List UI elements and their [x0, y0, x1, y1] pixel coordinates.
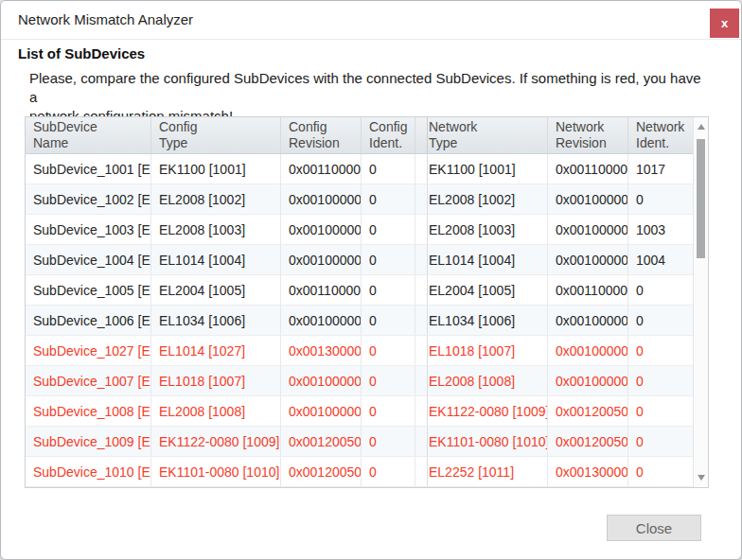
cell-config-ident: 0: [362, 215, 415, 244]
cell-network-type: EL1014 [1004]: [421, 245, 548, 274]
cell-network-ident: 0: [628, 427, 693, 456]
cell-config-type: EK1122-0080 [1009]: [151, 427, 281, 456]
table-body: SubDevice_1001 [EK1 EK1100 [1001] 0x0011…: [26, 154, 693, 487]
cell-network-ident: 1017: [628, 154, 693, 184]
cell-network-type: EK1122-0080 [1009]: [421, 396, 548, 426]
cell-subdevice-name: SubDevice_1010 [EK1: [26, 457, 151, 486]
cell-config-revision: 0x00110000: [281, 275, 362, 305]
subdevice-table: SubDevice Name Config Type Config Revisi…: [25, 116, 709, 488]
column-header-subdevice-name[interactable]: SubDevice Name: [26, 117, 151, 153]
cell-config-revision: 0x00100000: [281, 245, 362, 274]
cell-config-ident: 0: [362, 306, 415, 335]
cell-subdevice-name: SubDevice_1009 [EK1: [26, 427, 151, 456]
network-mismatch-analyzer-dialog: Network Mismatch Analyzer x List of SubD…: [0, 0, 742, 560]
cell-config-ident: 0: [362, 336, 415, 365]
column-header-network-ident[interactable]: Network Ident.: [628, 117, 693, 153]
cell-config-revision: 0x00100000: [281, 184, 362, 214]
subdevice-grid: SubDevice Name Config Type Config Revisi…: [26, 117, 693, 487]
titlebar: Network Mismatch Analyzer x: [1, 1, 741, 40]
cell-subdevice-name: SubDevice_1008 [EL2: [26, 396, 151, 426]
cell-config-revision: 0x00100000: [281, 396, 362, 426]
cell-config-type: EK1101-0080 [1010]: [151, 457, 281, 486]
cell-config-type: EL2008 [1008]: [151, 396, 281, 426]
cell-config-type: EL1014 [1027]: [151, 336, 281, 365]
scrollbar-up-icon[interactable]: [694, 119, 708, 134]
cell-config-ident: 0: [362, 457, 415, 486]
table-row[interactable]: SubDevice_1005 [EL2 EL2004 [1005] 0x0011…: [26, 275, 693, 306]
close-button[interactable]: Close: [607, 515, 701, 541]
table-row[interactable]: SubDevice_1003 [EL2 EL2008 [1003] 0x0010…: [26, 215, 693, 245]
column-header-network-type[interactable]: Network Type: [421, 117, 548, 153]
column-header-network-revision[interactable]: Network Revision: [548, 117, 628, 153]
cell-network-type: EL2252 [1011]: [421, 457, 548, 486]
cell-network-ident: 0: [628, 306, 693, 335]
cell-config-ident: 0: [362, 366, 415, 395]
page-title: List of SubDevices: [18, 45, 145, 61]
cell-config-revision: 0x00130000: [281, 336, 362, 365]
table-row[interactable]: SubDevice_1009 [EK1 EK1122-0080 [1009] 0…: [26, 427, 693, 457]
window-title: Network Mismatch Analyzer: [18, 1, 193, 38]
table-row[interactable]: SubDevice_1001 [EK1 EK1100 [1001] 0x0011…: [26, 154, 693, 184]
cell-config-revision: 0x00100000: [281, 306, 362, 335]
cell-network-revision: 0x00100000: [548, 336, 628, 365]
cell-network-type: EL2008 [1003]: [421, 215, 548, 244]
cell-config-type: EL1034 [1006]: [151, 306, 281, 335]
column-header-config-revision[interactable]: Config Revision: [281, 117, 362, 153]
cell-config-ident: 0: [362, 427, 415, 456]
table-row[interactable]: SubDevice_1027 [EL1 EL1014 [1027] 0x0013…: [26, 336, 693, 366]
scrollbar-down-icon[interactable]: [694, 470, 708, 485]
cell-subdevice-name: SubDevice_1027 [EL1: [26, 336, 151, 365]
cell-network-ident: 0: [628, 184, 693, 214]
cell-config-revision: 0x00100000: [281, 215, 362, 244]
cell-network-type: EK1101-0080 [1010]: [421, 427, 548, 456]
table-row[interactable]: SubDevice_1007 [EL1 EL1018 [1007] 0x0010…: [26, 366, 693, 396]
cell-network-ident: 0: [628, 275, 693, 305]
cell-subdevice-name: SubDevice_1006 [EL1: [26, 306, 151, 335]
cell-network-revision: 0x00120050: [548, 396, 628, 426]
cell-subdevice-name: SubDevice_1001 [EK1: [26, 154, 151, 184]
cell-network-revision: 0x00100000: [548, 306, 628, 335]
cell-network-type: EL2004 [1005]: [421, 275, 548, 305]
cell-network-revision: 0x00100000: [548, 184, 628, 214]
table-header-row: SubDevice Name Config Type Config Revisi…: [26, 117, 693, 154]
cell-config-type: EL1018 [1007]: [151, 366, 281, 395]
cell-subdevice-name: SubDevice_1002 [EL2: [26, 184, 151, 214]
column-header-config-type[interactable]: Config Type: [151, 117, 281, 153]
cell-network-type: EL2008 [1008]: [421, 366, 548, 395]
cell-config-type: EL2008 [1002]: [151, 184, 281, 214]
cell-config-ident: 0: [362, 275, 415, 305]
column-header-config-ident[interactable]: Config Ident.: [362, 117, 415, 153]
table-row[interactable]: SubDevice_1002 [EL2 EL2008 [1002] 0x0010…: [26, 184, 693, 215]
cell-config-revision: 0x00120050: [281, 457, 362, 486]
cell-config-ident: 0: [362, 154, 415, 184]
cell-config-ident: 0: [362, 245, 415, 274]
cell-network-ident: 0: [628, 366, 693, 395]
cell-network-revision: 0x00100000: [548, 245, 628, 274]
table-row[interactable]: SubDevice_1010 [EK1 EK1101-0080 [1010] 0…: [26, 457, 693, 487]
vertical-scrollbar[interactable]: [693, 117, 708, 487]
cell-subdevice-name: SubDevice_1007 [EL1: [26, 366, 151, 395]
description-line-1: Please, compare the configured SubDevice…: [29, 69, 707, 107]
close-icon[interactable]: x: [710, 9, 739, 38]
cell-network-type: EL1018 [1007]: [421, 336, 548, 365]
cell-network-revision: 0x00130000: [548, 457, 628, 486]
cell-network-ident: 0: [628, 336, 693, 365]
cell-config-type: EL2008 [1003]: [151, 215, 281, 244]
cell-network-ident: 1004: [628, 245, 693, 274]
cell-network-type: EK1100 [1001]: [421, 154, 548, 184]
cell-network-type: EL2008 [1002]: [421, 184, 548, 214]
cell-network-ident: 0: [628, 457, 693, 486]
cell-subdevice-name: SubDevice_1005 [EL2: [26, 275, 151, 305]
scrollbar-thumb[interactable]: [697, 139, 705, 258]
cell-network-ident: 1003: [628, 215, 693, 244]
cell-network-revision: 0x00100000: [548, 215, 628, 244]
cell-subdevice-name: SubDevice_1004 [EL1: [26, 245, 151, 274]
cell-network-revision: 0x00100000: [548, 366, 628, 395]
cell-subdevice-name: SubDevice_1003 [EL2: [26, 215, 151, 244]
cell-network-type: EL1034 [1006]: [421, 306, 548, 335]
cell-config-revision: 0x00120050: [281, 427, 362, 456]
table-row[interactable]: SubDevice_1008 [EL2 EL2008 [1008] 0x0010…: [26, 396, 693, 427]
table-row[interactable]: SubDevice_1004 [EL1 EL1014 [1004] 0x0010…: [26, 245, 693, 275]
table-row[interactable]: SubDevice_1006 [EL1 EL1034 [1006] 0x0010…: [26, 306, 693, 336]
cell-config-revision: 0x00100000: [281, 366, 362, 395]
